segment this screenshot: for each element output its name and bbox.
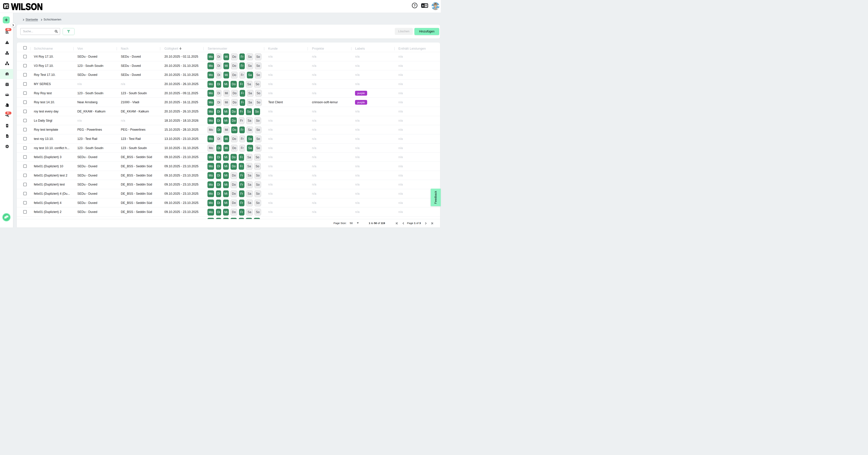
svg-text:A: A	[422, 4, 424, 7]
svg-text:?: ?	[414, 4, 416, 7]
